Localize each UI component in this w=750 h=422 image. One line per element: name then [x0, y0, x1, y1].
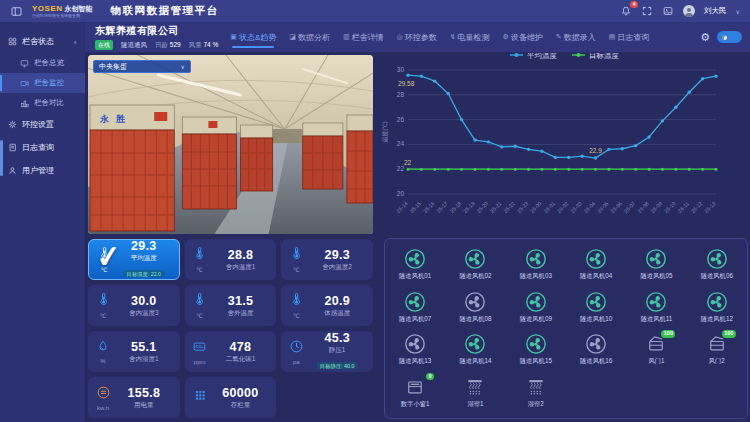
device-隧道风机09[interactable]: 隧道风机09: [520, 291, 552, 324]
sidebar-item-栏舍对比[interactable]: 栏舍对比: [0, 93, 85, 113]
avatar[interactable]: [683, 5, 695, 17]
metric-target-badge: 目标温度: 22.0: [124, 270, 164, 277]
device-风门2[interactable]: 100风门2: [706, 333, 728, 366]
sidebar-item-日志查询[interactable]: 日志查询: [0, 136, 85, 159]
x-tick-label: 25-21: [489, 200, 503, 214]
data-point: [607, 148, 610, 151]
device-隧道风机01[interactable]: 隧道风机01: [399, 248, 431, 281]
y-tick-label: 26: [397, 116, 405, 123]
data-point: [701, 77, 704, 80]
analysis-icon: ◪: [289, 33, 296, 41]
metric-label: 平均温度: [114, 254, 174, 261]
collapse-sidebar-icon[interactable]: [10, 5, 22, 17]
data-point: [460, 118, 463, 121]
device-风门1[interactable]: 100风门1: [645, 333, 667, 366]
metric-card-平均温度[interactable]: ℃29.3平均温度目标温度: 22.0✓: [88, 239, 180, 280]
device-湿帘2[interactable]: 湿帘2: [525, 376, 547, 409]
device-隧道风机03[interactable]: 隧道风机03: [520, 248, 552, 281]
device-隧道风机02[interactable]: 隧道风机02: [459, 248, 491, 281]
sidebar-item-用户管理[interactable]: 用户管理: [0, 159, 85, 182]
devices-panel: 隧道风机01隧道风机02隧道风机03隧道风机04隧道风机05隧道风机06隧道风机…: [384, 238, 748, 419]
tab-电量检测[interactable]: ↯电量检测: [450, 28, 490, 47]
metric-card-舍内温度1[interactable]: ℃28.8舍内温度1: [185, 239, 277, 280]
doc-icon: [8, 143, 17, 152]
day-age: 日龄 529: [155, 41, 181, 50]
temperature-trend-chart[interactable]: 20222426283025-1425-1525-1625-1725-1825-…: [378, 46, 750, 234]
tab-label: 设备维护: [511, 32, 543, 43]
data-point: [527, 148, 530, 151]
compare-icon: [20, 99, 29, 108]
metric-unit: kw.h: [97, 405, 109, 411]
metric-card-存栏量[interactable]: 60000存栏量: [185, 377, 277, 418]
device-隧道风机15[interactable]: 隧道风机15: [520, 333, 552, 366]
metric-label: 静压1: [306, 346, 368, 353]
device-数字小窗1[interactable]: 0数字小窗1: [401, 376, 430, 409]
metric-card-舍内温度3[interactable]: ℃30.0舍内温度3: [88, 285, 180, 326]
sidebar-item-栏舍总览[interactable]: 栏舍总览: [0, 53, 85, 73]
fullscreen-icon[interactable]: [641, 5, 653, 17]
tab-label: 数据录入: [564, 32, 596, 43]
metric-unit: ℃: [101, 266, 108, 273]
device-label: 隧道风机16: [580, 357, 612, 366]
metric-card-体感温度[interactable]: ℃20.9体感温度: [281, 285, 373, 326]
app-header: YOSEN 永创智能 自动化智能装备系统服务商 物联网数据管理平台 4 刘大民 …: [0, 0, 750, 22]
tab-设备维护[interactable]: ⚙设备维护: [503, 28, 543, 47]
fan-icon: [706, 248, 728, 270]
device-隧道风机14[interactable]: 隧道风机14: [459, 333, 491, 366]
screenshot-icon[interactable]: [662, 5, 674, 17]
sidebar: 栏舍状态∧栏舍总览栏舍监控栏舍对比环控设置日志查询用户管理: [0, 22, 85, 422]
device-隧道风机08[interactable]: 隧道风机08: [459, 291, 491, 324]
mode-toggle[interactable]: [717, 31, 742, 43]
data-point: [420, 75, 423, 78]
target-point: [674, 168, 677, 171]
notifications-bell-icon[interactable]: 4: [620, 5, 632, 17]
device-隧道风机12[interactable]: 隧道风机12: [701, 291, 733, 324]
device-隧道风机13[interactable]: 隧道风机13: [399, 333, 431, 366]
metric-label: 舍内温度2: [306, 263, 368, 270]
sidebar-item-label: 栏舍监控: [34, 78, 64, 88]
data-point: [554, 156, 557, 159]
metric-value: 29.3: [114, 239, 174, 253]
data-point: [674, 106, 677, 109]
device-湿帘1[interactable]: 湿帘1: [464, 376, 486, 409]
tab-数据录入[interactable]: ✎数据录入: [556, 28, 596, 47]
metric-card-舍外温度[interactable]: ℃31.5舍外温度: [185, 285, 277, 326]
device-隧道风机07[interactable]: 隧道风机07: [399, 291, 431, 324]
target-point: [433, 168, 436, 171]
metric-unit: pa: [293, 359, 300, 365]
metric-card-静压1[interactable]: pa45.3静压1目标静压: 40.0: [281, 331, 373, 372]
user-menu-caret-icon[interactable]: ∨: [736, 8, 740, 15]
metric-card-二氧化碳1[interactable]: CO₂ppm478二氧化碳1: [185, 331, 277, 372]
target-point: [715, 168, 718, 171]
y-tick-label: 24: [397, 140, 405, 147]
metric-card-舍内湿度1[interactable]: %55.1舍内湿度1: [88, 331, 180, 372]
humidity-icon: [96, 339, 110, 357]
data-point: [580, 154, 583, 157]
tab-状态&趋势[interactable]: ▣状态&趋势: [230, 28, 276, 47]
data-point: [647, 135, 650, 138]
sidebar-item-栏舍状态[interactable]: 栏舍状态∧: [0, 30, 85, 53]
tab-数据分析[interactable]: ◪数据分析: [289, 28, 330, 47]
settings-gear-icon[interactable]: ⚙: [700, 32, 710, 43]
tab-环控参数[interactable]: ◎环控参数: [397, 28, 437, 47]
sidebar-scrollbar[interactable]: [0, 140, 3, 176]
metric-card-舍内温度2[interactable]: ℃29.3舍内温度2: [281, 239, 373, 280]
device-隧道风机05[interactable]: 隧道风机05: [640, 248, 672, 281]
sidebar-item-环控设置[interactable]: 环控设置: [0, 113, 85, 136]
sidebar-item-栏舍监控[interactable]: 栏舍监控: [0, 73, 85, 93]
user-name[interactable]: 刘大民: [704, 6, 727, 16]
target-point: [527, 168, 530, 171]
tab-日志查询[interactable]: ▤日志查询: [609, 28, 650, 47]
device-隧道风机16[interactable]: 隧道风机16: [580, 333, 612, 366]
metric-card-用电量[interactable]: kw.h155.8用电量: [88, 377, 180, 418]
device-隧道风机11[interactable]: 隧道风机11: [641, 291, 673, 324]
device-隧道风机06[interactable]: 隧道风机06: [701, 248, 733, 281]
device-label: 隧道风机02: [459, 272, 491, 281]
device-隧道风机04[interactable]: 隧道风机04: [580, 248, 612, 281]
camera-selector-dropdown[interactable]: 中央集蛋 ∨: [93, 60, 191, 73]
tab-栏舍详情[interactable]: ▥栏舍详情: [343, 28, 384, 47]
metric-value: 55.1: [113, 340, 175, 354]
device-隧道风机10[interactable]: 隧道风机10: [580, 291, 612, 324]
device-label: 隧道风机12: [701, 315, 733, 324]
data-point: [446, 92, 449, 95]
